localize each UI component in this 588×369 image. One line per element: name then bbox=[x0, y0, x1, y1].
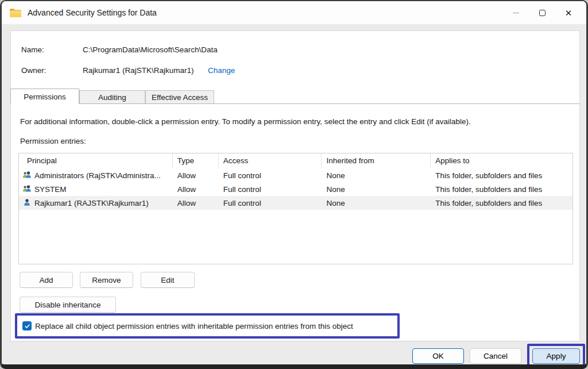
owner-label: Owner: bbox=[21, 66, 47, 75]
principal-cell: Administrators (RajSTK\Administra... bbox=[19, 171, 173, 180]
remove-button[interactable]: Remove bbox=[80, 272, 133, 288]
title-bar: Advanced Security Settings for Data ✕ bbox=[2, 1, 586, 24]
user-icon bbox=[22, 198, 32, 207]
disable-inheritance-button[interactable]: Disable inheritance bbox=[20, 297, 116, 313]
principal-text: Administrators (RajSTK\Administra... bbox=[34, 171, 161, 180]
tab-auditing[interactable]: Auditing bbox=[79, 90, 145, 104]
tab-effective-access[interactable]: Effective Access bbox=[145, 90, 214, 104]
users-icon bbox=[22, 184, 32, 194]
applies-to-cell: This folder, subfolders and files bbox=[431, 199, 572, 207]
inherited-from-cell: None bbox=[322, 185, 431, 194]
applies-to-cell: This folder, subfolders and files bbox=[431, 171, 572, 180]
replace-checkbox-label: Replace all child object permission entr… bbox=[35, 322, 353, 330]
type-cell: Allow bbox=[173, 185, 219, 194]
ok-button[interactable]: OK bbox=[412, 348, 464, 364]
edit-button[interactable]: Edit bbox=[141, 272, 195, 288]
column-header-principal[interactable]: Principal bbox=[19, 153, 173, 168]
tab-permissions[interactable]: Permissions bbox=[10, 89, 79, 104]
table-row[interactable]: Administrators (RajSTK\Administra...Allo… bbox=[19, 168, 572, 182]
minimize-button[interactable] bbox=[502, 1, 529, 24]
column-header-inherited-from[interactable]: Inherited from bbox=[322, 153, 431, 168]
applies-to-cell: This folder, subfolders and files bbox=[431, 185, 572, 194]
type-cell: Allow bbox=[173, 199, 219, 207]
principal-cell: Rajkumar1 (RAJSTK\Rajkumar1) bbox=[19, 198, 173, 207]
cancel-button[interactable]: Cancel bbox=[470, 348, 521, 364]
principal-text: SYSTEM bbox=[34, 185, 67, 194]
add-button[interactable]: Add bbox=[20, 272, 73, 288]
change-owner-link[interactable]: Change bbox=[208, 66, 235, 75]
principal-text: Rajkumar1 (RAJSTK\Rajkumar1) bbox=[34, 199, 149, 207]
advanced-security-settings-dialog: Advanced Security Settings for Data ✕ Na… bbox=[0, 0, 588, 369]
users-icon bbox=[22, 171, 32, 180]
maximize-button[interactable] bbox=[529, 1, 555, 24]
close-icon: ✕ bbox=[565, 9, 572, 17]
column-header-access[interactable]: Access bbox=[219, 153, 322, 168]
table-header: Principal Type Access Inherited from App… bbox=[19, 153, 572, 168]
close-button[interactable]: ✕ bbox=[555, 1, 582, 24]
access-cell: Full control bbox=[219, 185, 322, 194]
inherited-from-cell: None bbox=[322, 171, 431, 180]
column-header-type[interactable]: Type bbox=[173, 153, 219, 168]
access-cell: Full control bbox=[219, 199, 322, 207]
permission-entries-body: Administrators (RajSTK\Administra...Allo… bbox=[19, 168, 572, 210]
access-cell: Full control bbox=[219, 171, 322, 180]
table-row[interactable]: SYSTEMAllowFull controlNoneThis folder, … bbox=[19, 182, 572, 196]
window-title: Advanced Security Settings for Data bbox=[28, 8, 157, 17]
apply-button[interactable]: Apply bbox=[532, 348, 580, 364]
permission-entries-label: Permission entries: bbox=[20, 137, 86, 145]
permissions-tab-content: For additional information, double-click… bbox=[10, 103, 580, 341]
folder-icon bbox=[9, 8, 22, 18]
owner-value: Rajkumar1 (RajSTK\Rajkumar1) bbox=[83, 66, 194, 75]
type-cell: Allow bbox=[173, 171, 219, 180]
check-icon bbox=[24, 323, 30, 329]
permission-entries-table: Principal Type Access Inherited from App… bbox=[18, 153, 573, 264]
inherited-from-cell: None bbox=[322, 199, 431, 207]
window-controls: ✕ bbox=[502, 1, 582, 24]
replace-checkbox-highlight-box: Replace all child object permission entr… bbox=[15, 313, 400, 339]
maximize-icon bbox=[539, 10, 546, 16]
minimize-icon bbox=[513, 13, 519, 13]
column-header-applies-to[interactable]: Applies to bbox=[431, 153, 572, 168]
table-row[interactable]: Rajkumar1 (RAJSTK\Rajkumar1)AllowFull co… bbox=[19, 196, 572, 210]
principal-cell: SYSTEM bbox=[19, 184, 173, 194]
name-label: Name: bbox=[21, 45, 44, 54]
permissions-description: For additional information, double-click… bbox=[20, 117, 471, 126]
replace-permissions-checkbox[interactable] bbox=[22, 321, 32, 330]
name-value: C:\ProgramData\Microsoft\Search\Data bbox=[83, 45, 218, 54]
